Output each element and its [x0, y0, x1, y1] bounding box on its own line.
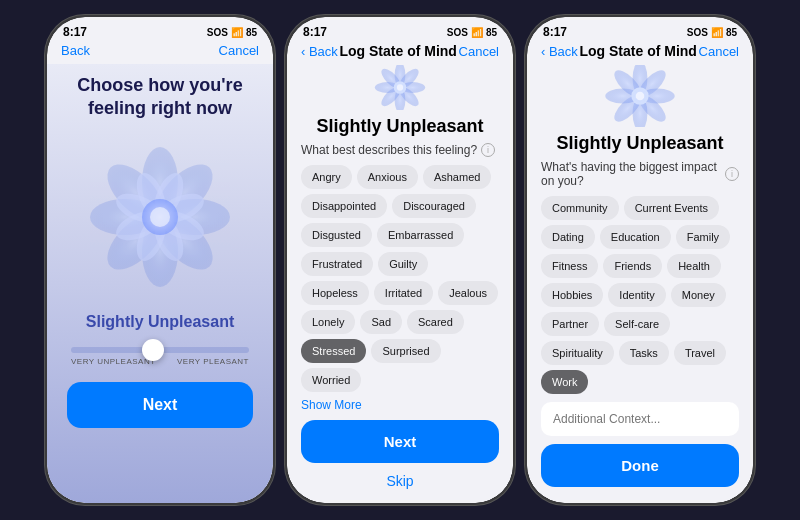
status-bar-2: 8:17 SOS 📶 85 — [287, 17, 513, 41]
nav-title-3: Log State of Mind — [579, 43, 696, 59]
tag-spirituality[interactable]: Spirituality — [541, 341, 614, 365]
svg-point-27 — [397, 84, 403, 90]
show-more-button[interactable]: Show More — [301, 398, 362, 412]
wifi-icon-1: 📶 — [231, 27, 243, 38]
phone1-content: Choose how you're feeling right now — [47, 64, 273, 503]
info-icon-3[interactable]: i — [725, 167, 739, 181]
flower-2 — [365, 65, 435, 110]
battery-1: 85 — [246, 27, 257, 38]
status-bar-1: 8:17 SOS 📶 85 — [47, 17, 273, 41]
slider-1[interactable]: VERY UNPLEASANT VERY PLEASANT — [67, 347, 253, 366]
tag-tasks[interactable]: Tasks — [619, 341, 669, 365]
question-text-2: What best describes this feeling? — [301, 143, 477, 157]
state-title-2: Slightly Unpleasant — [316, 116, 483, 137]
wifi-icon-3: 📶 — [711, 27, 723, 38]
tag-current-events[interactable]: Current Events — [624, 196, 719, 220]
tag-partner[interactable]: Partner — [541, 312, 599, 336]
back-button-1[interactable]: Back — [61, 43, 90, 58]
tags-container-2: Angry Anxious Ashamed Disappointed Disco… — [301, 165, 499, 392]
nav-bar-2: ‹ Back Log State of Mind Cancel — [287, 41, 513, 65]
tag-irritated[interactable]: Irritated — [374, 281, 433, 305]
svg-point-17 — [150, 207, 170, 227]
tag-education[interactable]: Education — [600, 225, 671, 249]
tag-anxious[interactable]: Anxious — [357, 165, 418, 189]
cancel-button-3[interactable]: Cancel — [699, 44, 739, 59]
phone2-content: Slightly Unpleasant What best describes … — [287, 65, 513, 503]
tag-dating[interactable]: Dating — [541, 225, 595, 249]
tag-community[interactable]: Community — [541, 196, 619, 220]
svg-point-37 — [636, 92, 645, 101]
tags-container-3: Community Current Events Dating Educatio… — [541, 196, 739, 394]
battery-3: 85 — [726, 27, 737, 38]
phone-1: 8:17 SOS 📶 85 Back Cancel Choose how you… — [45, 15, 275, 505]
status-icons-2: SOS 📶 85 — [447, 27, 497, 38]
state-label-1: Slightly Unpleasant — [86, 313, 234, 331]
flower-3 — [605, 65, 675, 127]
tag-worried[interactable]: Worried — [301, 368, 361, 392]
state-title-3: Slightly Unpleasant — [556, 133, 723, 154]
nav-title-2: Log State of Mind — [339, 43, 456, 59]
phone-3: 8:17 SOS 📶 85 ‹ Back Log State of Mind C… — [525, 15, 755, 505]
signal-2: SOS — [447, 27, 468, 38]
back-button-3[interactable]: ‹ Back — [541, 44, 578, 59]
next-button-2[interactable]: Next — [301, 420, 499, 463]
tag-surprised[interactable]: Surprised — [371, 339, 440, 363]
time-3: 8:17 — [543, 25, 567, 39]
phone-2: 8:17 SOS 📶 85 ‹ Back Log State of Mind C… — [285, 15, 515, 505]
tag-frustrated[interactable]: Frustrated — [301, 252, 373, 276]
status-icons-3: SOS 📶 85 — [687, 27, 737, 38]
tag-disgusted[interactable]: Disgusted — [301, 223, 372, 247]
feeling-title: Choose how you're feeling right now — [67, 74, 253, 121]
nav-bar-1: Back Cancel — [47, 41, 273, 64]
nav-bar-3: ‹ Back Log State of Mind Cancel — [527, 41, 753, 65]
phone3-content: Slightly Unpleasant What's having the bi… — [527, 65, 753, 503]
tag-discouraged[interactable]: Discouraged — [392, 194, 476, 218]
tag-travel[interactable]: Travel — [674, 341, 726, 365]
tag-ashamed[interactable]: Ashamed — [423, 165, 491, 189]
tag-embarrassed[interactable]: Embarrassed — [377, 223, 464, 247]
tag-money[interactable]: Money — [671, 283, 726, 307]
time-1: 8:17 — [63, 25, 87, 39]
question-row-2: What best describes this feeling? i — [301, 143, 499, 157]
next-button-1[interactable]: Next — [67, 382, 253, 428]
tag-health[interactable]: Health — [667, 254, 721, 278]
flower-1 — [80, 137, 240, 297]
tag-scared[interactable]: Scared — [407, 310, 464, 334]
tag-work[interactable]: Work — [541, 370, 588, 394]
tag-lonely[interactable]: Lonely — [301, 310, 355, 334]
additional-context-input[interactable] — [541, 402, 739, 436]
tag-angry[interactable]: Angry — [301, 165, 352, 189]
tag-guilty[interactable]: Guilty — [378, 252, 428, 276]
slider-label-right: VERY PLEASANT — [177, 357, 249, 366]
cancel-button-1[interactable]: Cancel — [219, 43, 259, 58]
question-row-3: What's having the biggest impact on you?… — [541, 160, 739, 188]
back-button-2[interactable]: ‹ Back — [301, 44, 338, 59]
tag-hopeless[interactable]: Hopeless — [301, 281, 369, 305]
slider-label-left: VERY UNPLEASANT — [71, 357, 156, 366]
skip-button[interactable]: Skip — [382, 469, 417, 493]
cancel-button-2[interactable]: Cancel — [459, 44, 499, 59]
tag-identity[interactable]: Identity — [608, 283, 665, 307]
signal-3: SOS — [687, 27, 708, 38]
info-icon-2[interactable]: i — [481, 143, 495, 157]
wifi-icon-2: 📶 — [471, 27, 483, 38]
status-bar-3: 8:17 SOS 📶 85 — [527, 17, 753, 41]
tag-friends[interactable]: Friends — [603, 254, 662, 278]
tag-jealous[interactable]: Jealous — [438, 281, 498, 305]
phones-container: 8:17 SOS 📶 85 Back Cancel Choose how you… — [35, 5, 765, 515]
done-button[interactable]: Done — [541, 444, 739, 487]
tag-disappointed[interactable]: Disappointed — [301, 194, 387, 218]
tag-family[interactable]: Family — [676, 225, 730, 249]
status-icons-1: SOS 📶 85 — [207, 27, 257, 38]
tag-self-care[interactable]: Self-care — [604, 312, 670, 336]
battery-2: 85 — [486, 27, 497, 38]
tag-stressed[interactable]: Stressed — [301, 339, 366, 363]
tag-hobbies[interactable]: Hobbies — [541, 283, 603, 307]
tag-fitness[interactable]: Fitness — [541, 254, 598, 278]
tag-sad[interactable]: Sad — [360, 310, 402, 334]
signal-1: SOS — [207, 27, 228, 38]
question-text-3: What's having the biggest impact on you? — [541, 160, 721, 188]
time-2: 8:17 — [303, 25, 327, 39]
